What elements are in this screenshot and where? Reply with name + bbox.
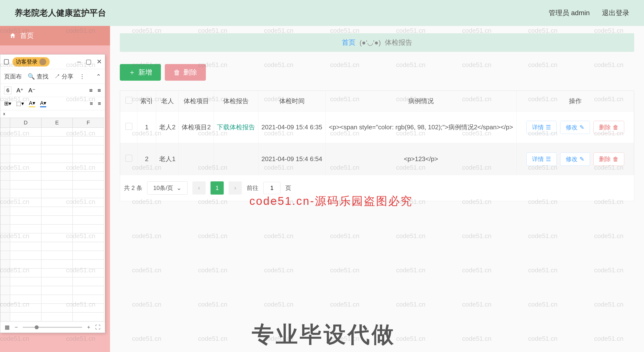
sheet-cell[interactable] [41, 216, 72, 224]
sheet-cell[interactable] [72, 268, 104, 277]
row-header[interactable] [0, 260, 10, 268]
sheet-cell[interactable] [10, 163, 41, 172]
sheet-cell[interactable] [41, 312, 72, 321]
next-page-button[interactable]: › [228, 182, 242, 194]
select-all-checkbox[interactable] [126, 97, 132, 104]
sheet-cell[interactable] [10, 268, 41, 277]
row-header[interactable] [0, 136, 10, 145]
row-header[interactable] [0, 304, 10, 312]
sheet-cell[interactable] [10, 136, 41, 145]
wrap-icon[interactable]: ≡ [98, 100, 101, 107]
sheet-cell[interactable] [72, 304, 104, 312]
font-increase-icon[interactable]: A⁺ [16, 87, 24, 94]
sheet-cell[interactable] [41, 154, 72, 163]
guest-badge[interactable]: 访客登录 [12, 57, 50, 66]
sheet-cell[interactable] [10, 180, 41, 189]
sheet-cell[interactable] [10, 128, 41, 136]
sheet-cell[interactable] [72, 128, 104, 136]
sheet-cell[interactable] [10, 172, 41, 180]
detail-button[interactable]: 详情 ☰ [526, 121, 557, 134]
sheet-cell[interactable] [72, 295, 104, 304]
sheet-cell[interactable] [10, 216, 41, 224]
sheet-cell[interactable] [41, 286, 72, 295]
admin-label[interactable]: 管理员 admin [549, 8, 590, 18]
sheet-cell[interactable] [10, 224, 41, 233]
merge-icon[interactable]: ≡ [90, 100, 93, 107]
logout-link[interactable]: 退出登录 [602, 8, 629, 18]
sheet-corner[interactable] [0, 118, 10, 128]
breadcrumb-home[interactable]: 首页 [342, 38, 356, 47]
sheet-cell[interactable] [72, 233, 104, 242]
page-layout-btn[interactable]: 页面布 [4, 72, 22, 80]
col-header[interactable]: E [41, 118, 72, 128]
close-icon[interactable]: ✕ [96, 58, 102, 66]
row-header[interactable] [0, 277, 10, 286]
edit-button[interactable]: 修改 ✎ [560, 152, 590, 166]
textcolor-icon[interactable]: A▾ [40, 100, 46, 107]
sheet-cell[interactable] [72, 145, 104, 154]
sheet-cell[interactable] [41, 136, 72, 145]
sheet-cell[interactable] [41, 251, 72, 260]
sheet-cell[interactable] [10, 207, 41, 216]
sheet-cell[interactable] [41, 277, 72, 286]
zoom-slider[interactable] [23, 327, 82, 328]
sheet-cell[interactable] [41, 260, 72, 268]
sheet-cell[interactable] [10, 312, 41, 321]
minimize-icon[interactable]: – [77, 58, 81, 66]
highlight-icon[interactable]: A▾ [29, 100, 35, 107]
sheet-cell[interactable] [10, 251, 41, 260]
add-button[interactable]: ＋ 新增 [120, 64, 161, 81]
sheet-cell[interactable] [10, 260, 41, 268]
formula-bar[interactable]: x [0, 110, 105, 118]
sheet-cell[interactable] [41, 304, 72, 312]
sheet-cell[interactable] [10, 154, 41, 163]
sheet-cell[interactable] [10, 198, 41, 207]
sheet-cell[interactable] [72, 251, 104, 260]
sheet-cell[interactable] [41, 128, 72, 136]
sheet-cell[interactable] [41, 233, 72, 242]
collapse-icon[interactable]: ⌃ [96, 73, 101, 80]
cell-report[interactable]: 下载体检报告 [214, 112, 258, 143]
row-checkbox[interactable] [126, 123, 132, 130]
sheet-cell[interactable] [72, 286, 104, 295]
maximize-icon[interactable]: ▢ [86, 58, 92, 66]
row-header[interactable] [0, 128, 10, 136]
row-header[interactable] [0, 233, 10, 242]
sheet-cell[interactable] [41, 224, 72, 233]
sheet-cell[interactable] [10, 295, 41, 304]
share-btn[interactable]: ↗ 分享 [54, 72, 74, 80]
sheet-cell[interactable] [41, 268, 72, 277]
sheet-cell[interactable] [10, 145, 41, 154]
align-center-icon[interactable]: ≡ [98, 87, 101, 94]
fontsize-input[interactable]: 6 [4, 86, 12, 94]
align-left-icon[interactable]: ≡ [89, 87, 93, 94]
detail-button[interactable]: 详情 ☰ [526, 152, 557, 166]
delete-button[interactable]: 🗑 删除 [165, 64, 206, 81]
sheet-cell[interactable] [72, 172, 104, 180]
row-header[interactable] [0, 251, 10, 260]
sheet-cell[interactable] [72, 260, 104, 268]
prev-page-button[interactable]: ‹ [192, 182, 206, 194]
sheet-cell[interactable] [72, 312, 104, 321]
view-mode-icon[interactable]: ▦ [5, 324, 10, 330]
sheet-cell[interactable] [10, 189, 41, 198]
zoom-out-icon[interactable]: − [15, 324, 18, 330]
row-header[interactable] [0, 172, 10, 180]
row-header[interactable] [0, 154, 10, 163]
sidebar-item-home[interactable]: 首页 [0, 26, 110, 46]
row-header[interactable] [0, 295, 10, 304]
sheet-cell[interactable] [41, 145, 72, 154]
row-header[interactable] [0, 242, 10, 251]
sheet-cell[interactable] [72, 216, 104, 224]
edit-button[interactable]: 修改 ✎ [560, 121, 590, 134]
sheet-cell[interactable] [41, 198, 72, 207]
zoom-in-icon[interactable]: + [87, 324, 90, 330]
sheet-cell[interactable] [10, 304, 41, 312]
row-header[interactable] [0, 268, 10, 277]
cell-report[interactable] [214, 143, 258, 175]
sheet-cell[interactable] [10, 242, 41, 251]
row-header[interactable] [0, 312, 10, 321]
sheet-cell[interactable] [72, 277, 104, 286]
sheet-cell[interactable] [72, 207, 104, 216]
row-delete-button[interactable]: 删除 🗑 [594, 121, 624, 134]
